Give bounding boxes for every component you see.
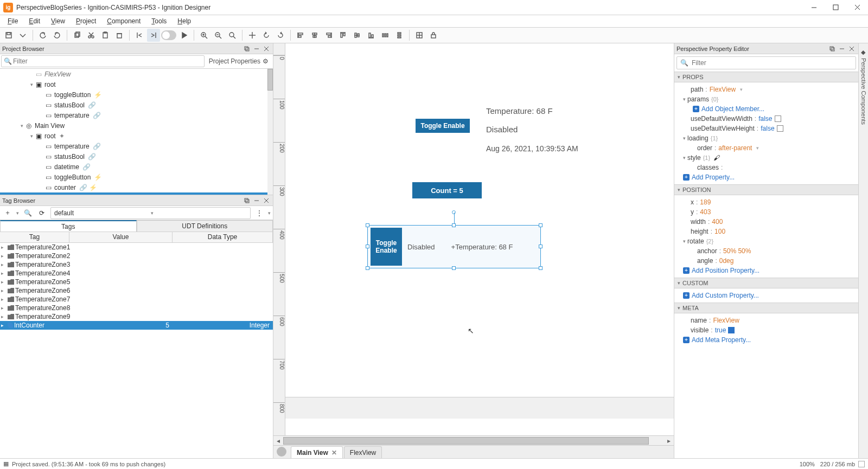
prop-classes[interactable]: classes: <box>676 163 858 172</box>
tree-item-flexview[interactable]: ▭FlexView <box>0 69 273 79</box>
prop-width[interactable]: width:400 <box>676 217 858 227</box>
menu-view[interactable]: View <box>46 16 71 26</box>
panel-restore-icon[interactable] <box>828 44 837 53</box>
prop-angle[interactable]: angle:0deg <box>676 256 858 266</box>
panel-minimize-icon[interactable] <box>252 44 261 53</box>
cut-icon[interactable] <box>85 29 98 42</box>
undo-icon[interactable] <box>36 29 49 42</box>
add-custom-property[interactable]: +Add Custom Property... <box>676 291 858 300</box>
tree-item-counter[interactable]: ▭counter🔗 ⚡ <box>0 182 273 192</box>
tag-row-temperaturezone9[interactable]: ▸TemperatureZone9 <box>0 312 273 321</box>
prop-style[interactable]: ▾style{1}🖌 <box>676 153 858 163</box>
scrollbar-thumb[interactable] <box>267 69 273 91</box>
align-center-h-icon[interactable] <box>308 29 321 42</box>
tag-row-temperaturezone6[interactable]: ▸TemperatureZone6 <box>0 286 273 295</box>
prop-y[interactable]: y:403 <box>676 207 858 217</box>
views-menu-icon[interactable] <box>277 447 286 457</box>
delete-icon[interactable] <box>113 29 126 42</box>
panel-close-icon[interactable] <box>262 44 271 53</box>
dist-v-icon[interactable] <box>393 29 406 42</box>
prop-anchor[interactable]: anchor:50% 50% <box>676 246 858 256</box>
canvas-scrollbar-h[interactable]: ◂▸ <box>273 435 674 445</box>
tab-main-view[interactable]: Main View✕ <box>291 446 343 458</box>
close-icon[interactable]: ✕ <box>331 449 337 457</box>
add-meta-property[interactable]: +Add Meta Property... <box>676 335 858 345</box>
rotate-left-icon[interactable] <box>260 29 273 42</box>
align-left-icon[interactable] <box>294 29 307 42</box>
align-bottom-icon[interactable] <box>365 29 378 42</box>
tag-search-button[interactable]: 🔍 <box>22 208 33 219</box>
prop-use-default-width[interactable]: useDefaultViewWidth:false <box>676 114 858 124</box>
property-filter[interactable]: 🔍 <box>676 56 856 69</box>
tag-row-temperaturezone8[interactable]: ▸TemperatureZone8 <box>0 304 273 312</box>
snap-right-icon[interactable] <box>147 29 160 42</box>
property-filter-input[interactable] <box>691 59 852 67</box>
tag-row-temperaturezone4[interactable]: ▸TemperatureZone4 <box>0 269 273 278</box>
panel-close-icon[interactable] <box>847 44 856 53</box>
maximize-button[interactable] <box>825 0 846 15</box>
menu-file[interactable]: File <box>2 16 23 26</box>
add-position-property[interactable]: +Add Position Property... <box>676 266 858 275</box>
project-properties-button[interactable]: Project Properties ⚙ <box>206 57 272 65</box>
button-toggle-enable[interactable]: Toggle Enable <box>416 119 470 133</box>
tab-tags[interactable]: Tags <box>0 220 137 232</box>
tag-row-temperaturezone7[interactable]: ▸TemperatureZone7 <box>0 295 273 304</box>
redo-icon[interactable] <box>50 29 63 42</box>
panel-restore-icon[interactable] <box>242 196 251 205</box>
section-meta[interactable]: ▾META <box>674 303 858 313</box>
tag-provider-select[interactable]: default▾ <box>50 207 251 219</box>
section-props[interactable]: ▾PROPS <box>674 72 858 82</box>
tag-row-temperaturezone1[interactable]: ▸TemperatureZone1 <box>0 243 273 252</box>
tab-udt[interactable]: UDT Definitions <box>137 220 273 232</box>
design-surface[interactable]: Temperature: 68 F Toggle Enable Disabled… <box>285 55 674 435</box>
prop-loading[interactable]: ▾loading{1} <box>676 133 858 143</box>
menu-component[interactable]: Component <box>101 16 146 26</box>
tab-flex-view[interactable]: FlexView <box>344 446 382 458</box>
dist-h-icon[interactable] <box>379 29 392 42</box>
save-icon[interactable] <box>2 29 15 42</box>
zoom-fit-icon[interactable] <box>226 29 239 42</box>
rotate-right-icon[interactable] <box>274 29 287 42</box>
prop-path[interactable]: path:FlexView▾ <box>676 85 858 94</box>
prop-order[interactable]: order:after-parent▾ <box>676 143 858 153</box>
add-property[interactable]: +Add Property... <box>676 172 858 182</box>
tag-row-temperaturezone3[interactable]: ▸TemperatureZone3 <box>0 260 273 269</box>
menu-edit[interactable]: Edit <box>23 16 46 26</box>
add-object-member[interactable]: +Add Object Member... <box>676 104 858 114</box>
tag-more-button[interactable]: ⋮ <box>254 208 265 219</box>
minimize-button[interactable] <box>803 0 825 15</box>
panel-restore-icon[interactable] <box>242 44 251 53</box>
flex-toggle-button[interactable]: Toggle Enable <box>371 228 402 266</box>
zoom-in-icon[interactable] <box>197 29 210 42</box>
align-middle-icon[interactable] <box>350 29 363 42</box>
tree-item-root[interactable]: ▾▣root <box>0 79 273 89</box>
lock-icon[interactable] <box>427 29 440 42</box>
prop-use-default-height[interactable]: useDefaultViewHeight:false <box>676 124 858 133</box>
project-browser-filter-input[interactable] <box>12 57 202 66</box>
tag-refresh-button[interactable]: ⟳ <box>36 208 47 219</box>
tag-add-button[interactable]: ＋ <box>2 208 13 219</box>
close-button[interactable] <box>846 0 868 15</box>
project-browser-filter[interactable]: 🔍 <box>1 55 205 67</box>
menu-help[interactable]: Help <box>172 16 196 26</box>
prop-params[interactable]: ▾params{0} <box>676 94 858 104</box>
tree-item-temperature[interactable]: ▭temperature🔗 <box>0 110 273 120</box>
menu-tools[interactable]: Tools <box>146 16 172 26</box>
paste-icon[interactable] <box>99 29 112 42</box>
snap-left-icon[interactable] <box>133 29 146 42</box>
tree-item-statusbool[interactable]: ▭statusBool🔗 <box>0 100 273 110</box>
save-dropdown-icon[interactable] <box>16 29 29 42</box>
tree-item-togglebutton[interactable]: ▭toggleButton⚡ <box>0 172 273 182</box>
menu-project[interactable]: Project <box>71 16 101 26</box>
tree-item-datetime[interactable]: ▭datetime🔗 <box>0 162 273 172</box>
side-tab-components[interactable]: ◆ Perspective Components <box>858 43 868 458</box>
tree-item-flexview[interactable]: ▤FlexView <box>0 192 273 195</box>
tree-item-root[interactable]: ▾▣root✦ <box>0 131 273 141</box>
tree-item-togglebutton[interactable]: ▭toggleButton⚡ <box>0 89 273 100</box>
tag-row-temperaturezone2[interactable]: ▸TemperatureZone2 <box>0 252 273 260</box>
play-icon[interactable] <box>177 29 190 42</box>
label-datetime[interactable]: Aug 26, 2021, 10:39:53 AM <box>486 144 578 153</box>
preview-toggle[interactable] <box>161 30 176 40</box>
label-disabled[interactable]: Disabled <box>486 125 518 134</box>
section-custom[interactable]: ▾CUSTOM <box>674 278 858 288</box>
